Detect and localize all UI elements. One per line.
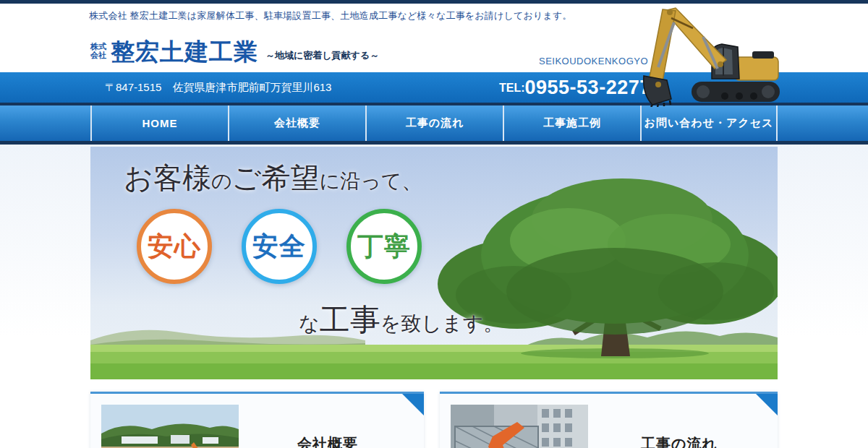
circle-anzen: 安全 <box>242 209 317 284</box>
card-title-construction-flow: 工事の流れ <box>588 434 770 448</box>
card-company-overview[interactable]: 会社概要 <box>90 392 424 448</box>
company-name: 整宏土建工業 <box>111 40 258 64</box>
headline2-big-1: 工事 <box>320 303 380 337</box>
site-logo[interactable]: 株式 会社 整宏土建工業 ～地域に密着し貢献する～ <box>90 40 379 64</box>
circle-teinei: 丁寧 <box>346 209 422 284</box>
nav-item-flow[interactable]: 工事の流れ <box>365 105 503 141</box>
card-title-company-overview: 会社概要 <box>239 434 417 448</box>
value-circles: 安心 安全 丁寧 <box>137 209 422 284</box>
nav-item-home[interactable]: HOME <box>90 105 228 141</box>
site-intro-text: 株式会社 整宏土建工業は家屋解体工事、駐車場設置工事、土地造成工事など様々な工事… <box>89 9 572 22</box>
logo-prefix-line1: 株式 <box>90 42 106 51</box>
address-text: 〒847-1515 佐賀県唐津市肥前町万賀里川613 <box>105 81 331 95</box>
hero-headline-line2: な工事を致します。 <box>299 300 503 340</box>
company-slogan: ～地域に密着し貢献する～ <box>265 49 379 62</box>
excavator-illustration-icon <box>642 4 787 107</box>
page: { "header": { "intro": "株式会社 整宏土建工業は家屋解体… <box>0 0 868 448</box>
corner-triangle-icon <box>756 394 778 415</box>
construction-flow-photo <box>451 405 588 448</box>
headline-big-2: ご希望 <box>232 162 320 194</box>
headline-small-1: の <box>211 170 232 192</box>
nav-separator-bottom <box>0 141 868 145</box>
company-romaji: SEIKOUDOKENKOGYO <box>539 56 648 66</box>
nav-item-company[interactable]: 会社概要 <box>228 105 365 141</box>
company-overview-photo <box>101 405 239 448</box>
hero-banner: お客様のご希望に沿って、 安心 安全 丁寧 な工事を致します。 <box>90 147 778 379</box>
nav-item-works[interactable]: 工事施工例 <box>503 105 640 141</box>
nav-item-contact[interactable]: お問い合わせ・アクセス <box>640 105 778 141</box>
card-construction-flow[interactable]: 工事の流れ <box>440 392 778 448</box>
hero-headline-line1: お客様のご希望に沿って、 <box>124 158 422 198</box>
headline-big-1: お客様 <box>124 162 211 194</box>
phone-number: TEL:0955-53-2277 <box>499 77 651 99</box>
headline2-small-2: を致します。 <box>380 312 504 335</box>
tel-label: TEL: <box>499 82 525 94</box>
headline-small-2: に沿って、 <box>320 170 422 192</box>
corner-triangle-icon <box>402 394 424 415</box>
logo-prefix-line2: 会社 <box>90 51 106 60</box>
headline2-small-1: な <box>299 312 320 335</box>
circle-anshin: 安心 <box>137 209 212 284</box>
nav-spacer <box>0 105 90 141</box>
main-nav: HOME 会社概要 工事の流れ 工事施工例 お問い合わせ・アクセス <box>0 105 868 141</box>
logo-prefix: 株式 会社 <box>90 42 106 60</box>
tel-number: 0955-53-2277 <box>525 77 651 98</box>
